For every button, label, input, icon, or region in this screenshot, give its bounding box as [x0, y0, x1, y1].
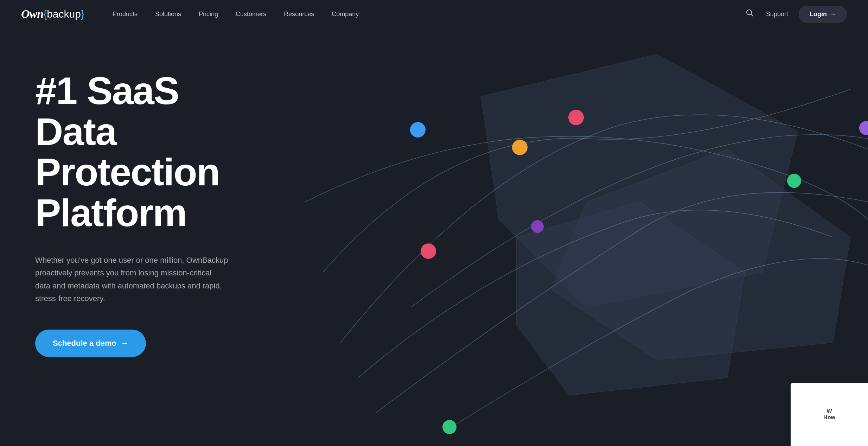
svg-point-5: [410, 122, 426, 138]
svg-point-9: [421, 243, 436, 259]
logo-own: Own: [21, 7, 43, 21]
svg-point-8: [531, 220, 544, 233]
network-visualization: [270, 28, 868, 446]
logo-brace-close: }: [81, 8, 84, 20]
hero-title: #1 SaaS Data Protection Platform: [35, 70, 229, 233]
schedule-demo-button[interactable]: Schedule a demo →: [35, 330, 146, 357]
hero-content: #1 SaaS Data Protection Platform Whether…: [0, 28, 264, 385]
logo-backup-word: backup: [47, 8, 81, 20]
navigation: Own {backup} Products Solutions Pricing …: [0, 0, 868, 28]
login-arrow: →: [830, 11, 836, 18]
nav-products[interactable]: Products: [113, 11, 138, 18]
logo-backup: {backup}: [43, 8, 84, 20]
svg-point-10: [787, 174, 801, 188]
side-panel: W How: [791, 383, 868, 446]
hero-subtitle: Whether you've got one user or one milli…: [35, 254, 229, 305]
nav-solutions[interactable]: Solutions: [155, 11, 181, 18]
search-icon[interactable]: [744, 7, 755, 21]
nav-customers[interactable]: Customers: [236, 11, 266, 18]
support-link[interactable]: Support: [766, 11, 788, 18]
cta-arrow: →: [121, 339, 128, 348]
svg-point-12: [442, 420, 457, 434]
nav-resources[interactable]: Resources: [284, 11, 314, 18]
side-panel-text-1: W: [826, 408, 832, 414]
logo-brace-open: {: [43, 8, 47, 20]
nav-company[interactable]: Company: [332, 11, 359, 18]
svg-point-11: [859, 121, 868, 135]
login-label: Login: [810, 11, 827, 18]
login-button[interactable]: Login →: [799, 6, 847, 23]
logo[interactable]: Own {backup}: [21, 7, 84, 21]
hero-section: #1 SaaS Data Protection Platform Whether…: [0, 28, 868, 446]
svg-point-7: [512, 140, 528, 155]
svg-line-1: [751, 14, 753, 17]
nav-pricing[interactable]: Pricing: [199, 11, 218, 18]
svg-point-6: [568, 110, 584, 125]
nav-right: Support Login →: [744, 6, 847, 23]
nav-links: Products Solutions Pricing Customers Res…: [113, 11, 744, 18]
side-panel-text-2: How: [823, 414, 835, 421]
cta-label: Schedule a demo: [53, 339, 116, 348]
